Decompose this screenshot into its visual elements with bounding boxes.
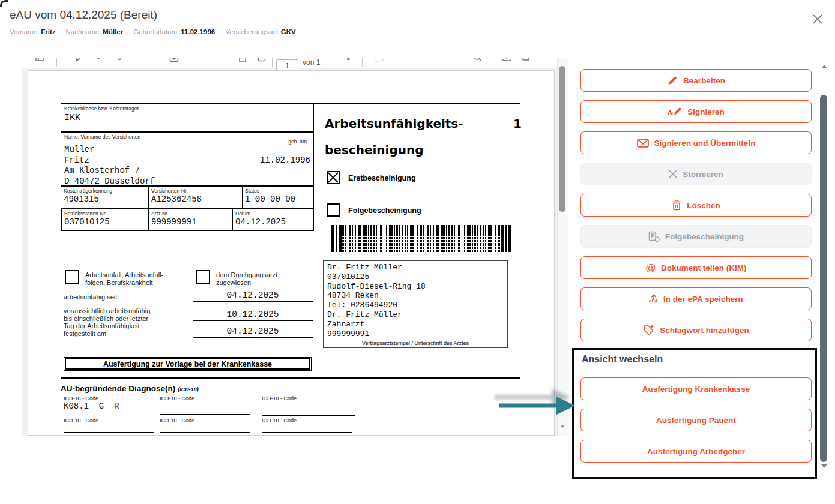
icd-code-label: ICD-10 - Code bbox=[160, 395, 194, 401]
dokument-teilen-button[interactable]: @ Dokument teilen (KIM) bbox=[580, 256, 812, 279]
signieren-button[interactable]: Signieren bbox=[580, 100, 812, 123]
folgebescheinigung-button[interactable]: Folgebescheinigung bbox=[580, 225, 812, 248]
barcode bbox=[331, 225, 511, 252]
copy-number: 1 bbox=[513, 116, 522, 131]
download-annotation-icon[interactable] bbox=[169, 58, 179, 62]
meta-vorname: Vorname:Fritz bbox=[10, 28, 56, 35]
search-icon[interactable] bbox=[473, 58, 483, 62]
meta-nachname: Nachname:Müller bbox=[66, 28, 124, 35]
tag-plus-icon bbox=[643, 325, 654, 335]
folgebescheinigung-checkbox bbox=[327, 203, 340, 217]
form-title-line2: bescheinigung bbox=[325, 143, 424, 157]
bearbeiten-button[interactable]: Bearbeiten bbox=[580, 69, 812, 92]
folgebescheinigung-label: Folgebescheinigung bbox=[348, 206, 421, 215]
pen-tool-icon[interactable] bbox=[74, 58, 84, 62]
annotation-arrow bbox=[499, 394, 575, 420]
meta-geburtsdatum: Geburtsdatum:11.02.1996 bbox=[133, 28, 215, 35]
stamp-caption: Vertragsarztstempel / Unterschrift des A… bbox=[324, 340, 507, 346]
sidebar-toggle-icon[interactable] bbox=[35, 58, 44, 62]
header-divider bbox=[0, 53, 835, 53]
screen-corner-artifact bbox=[0, 0, 8, 7]
insured-field: Name, Vorname des Versichertengeb. am Mü… bbox=[61, 132, 314, 186]
loeschen-button[interactable]: Löschen bbox=[580, 194, 812, 217]
ansicht-wechseln-heading: Ansicht wechseln bbox=[582, 354, 663, 365]
icd-code-label: ICD-10 - Code bbox=[262, 395, 297, 401]
main-scrollbar-up-arrow[interactable] bbox=[821, 65, 827, 68]
main-scrollbar-down-arrow[interactable] bbox=[821, 464, 827, 468]
icd-code-value: K08.1 G R bbox=[64, 401, 119, 411]
page-view-icon[interactable] bbox=[257, 58, 267, 62]
meta-versicherungsart: Versicherungsart:GKV bbox=[225, 28, 295, 35]
stornieren-button[interactable]: Stornieren bbox=[580, 163, 812, 185]
icd-code-label: ICD-10 - Code bbox=[160, 418, 194, 424]
unfit-since-value: 04.12.2025 bbox=[193, 290, 313, 302]
highlighter-icon[interactable] bbox=[115, 58, 124, 62]
diagnosis-heading: AU-begründende Diagnose(n)(ICD-10) bbox=[61, 384, 199, 393]
rotate-page-icon[interactable] bbox=[345, 58, 354, 62]
envelope-icon bbox=[637, 139, 649, 148]
signature-icon bbox=[668, 107, 682, 117]
close-button[interactable] bbox=[811, 13, 824, 26]
icd-code-label: ICD-10 - Code bbox=[262, 418, 297, 424]
download-icon[interactable] bbox=[502, 58, 511, 62]
signieren-uebermitteln-button[interactable]: Signieren und Übermitteln bbox=[580, 131, 812, 154]
form-title-line1: Arbeitsunfähigkeits- bbox=[325, 116, 463, 131]
close-icon bbox=[669, 170, 677, 178]
unfit-until-label: voraussichtlich arbeitsunfähigbis einsch… bbox=[64, 307, 150, 330]
erstbescheinigung-label: Erstbescheinigung bbox=[348, 174, 416, 182]
patient-meta: Vorname:Fritz Nachname:Müller Geburtsdat… bbox=[10, 28, 296, 35]
epa-speichern-button[interactable]: ePA In der ePA speichern bbox=[580, 287, 812, 310]
disabled-tool-icon bbox=[375, 58, 384, 62]
unfit-until-value: 10.12.2025 bbox=[193, 310, 313, 321]
arbeitsunfall-label: Arbeitsunfall, Arbeitsunfall-folgen, Ber… bbox=[85, 271, 163, 287]
eau-document-modal: eAU vom 04.12.2025 (Bereit) Vorname:Frit… bbox=[0, 0, 835, 504]
main-scrollbar-thumb[interactable] bbox=[820, 95, 827, 462]
page-title: eAU vom 04.12.2025 (Bereit) bbox=[10, 8, 157, 22]
icd-code-label: ICD-10 - Code bbox=[64, 395, 98, 401]
epa-upload-icon: ePA bbox=[649, 294, 658, 304]
unfit-since-label: arbeitsunfähig seit bbox=[64, 293, 117, 301]
pdf-scrollbar-down-arrow[interactable] bbox=[560, 425, 565, 428]
pencil-icon bbox=[667, 75, 678, 86]
doctor-stamp: Dr. Fritz Müller 037010125 Rudolf-Diesel… bbox=[323, 260, 508, 348]
ids-row-1: Kostenträgerkennung4901315 Versicherten-… bbox=[61, 186, 314, 208]
at-icon: @ bbox=[645, 263, 656, 273]
arbeitsunfall-checkbox bbox=[65, 270, 79, 284]
chevron-down-icon[interactable] bbox=[94, 58, 103, 62]
insurer-field: Krankenkasse bzw. Kostenträger IKK bbox=[61, 103, 314, 132]
ausfertigung-krankenkasse-button[interactable]: Ausfertigung Krankenkasse bbox=[580, 377, 812, 400]
print-icon[interactable] bbox=[521, 58, 531, 62]
determined-label: festgestellt am bbox=[64, 330, 106, 338]
document-page: Krankenkasse bzw. Kostenträger IKK Name,… bbox=[28, 70, 555, 436]
ausfertigung-patient-button[interactable]: Ausfertigung Patient bbox=[580, 409, 812, 431]
icd-code-label: ICD-10 - Code bbox=[64, 418, 98, 424]
determined-value: 04.12.2025 bbox=[193, 326, 313, 338]
erstbescheinigung-checkbox-checked bbox=[327, 171, 340, 184]
durchgangsarzt-label: dem Durchgangsarztzugewiesen bbox=[216, 271, 277, 287]
copy-banner: Ausfertigung zur Vorlage bei der Kranken… bbox=[64, 357, 312, 371]
close-icon bbox=[812, 17, 823, 26]
page-count-label: von 1 bbox=[303, 58, 320, 67]
document-renew-icon bbox=[648, 231, 660, 242]
ausfertigung-arbeitgeber-button[interactable]: Ausfertigung Arbeitgeber bbox=[580, 440, 812, 463]
form-divider bbox=[321, 103, 321, 379]
schlagwort-hinzufuegen-button[interactable]: Schlagwort hinzufügen bbox=[580, 319, 812, 341]
ids-row-2: Betriebsstätten-Nr.037010125 Arzt-Nr.999… bbox=[61, 208, 314, 231]
trash-icon bbox=[672, 200, 681, 211]
durchgangsarzt-checkbox bbox=[196, 270, 210, 284]
page-sheet-icon[interactable] bbox=[238, 58, 247, 62]
pdf-scrollbar-thumb[interactable] bbox=[559, 66, 565, 212]
